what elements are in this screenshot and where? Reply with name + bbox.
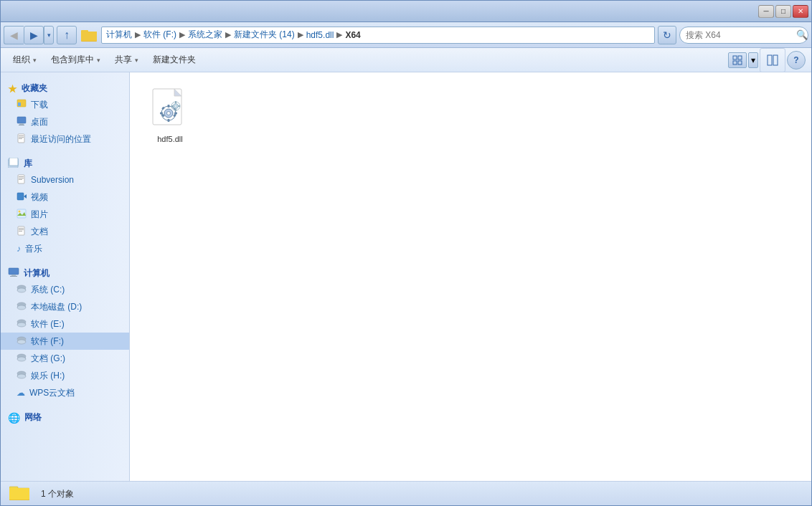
sidebar-item-systemc[interactable]: 系统 (C:)	[1, 281, 129, 298]
include-library-button[interactable]: 包含到库中 ▾	[44, 51, 107, 70]
sidebar-item-softwaref[interactable]: 软件 (F:)	[1, 333, 129, 350]
svg-rect-20	[9, 158, 18, 166]
images-icon	[16, 209, 27, 221]
address-path[interactable]: 计算机 ▶ 软件 (F:) ▶ 系统之家 ▶ 新建文件夹 (14) ▶ hdf5…	[101, 27, 655, 44]
file-grid: hdf5.dll	[141, 84, 800, 148]
maximize-button[interactable]: □	[775, 5, 791, 18]
sidebar-item-downloads[interactable]: 下载	[1, 96, 129, 113]
sidebar-item-locald[interactable]: 本地磁盘 (D:)	[1, 298, 129, 315]
svg-rect-64	[160, 113, 163, 115]
sidebar-divider-3	[1, 401, 129, 407]
svg-point-48	[17, 340, 26, 344]
path-folder3[interactable]: hdf5.dll	[306, 30, 334, 40]
libraries-section-title: 库	[1, 153, 129, 171]
svg-point-39	[17, 288, 26, 292]
svg-rect-24	[19, 179, 22, 180]
sidebar-item-video[interactable]: 视频	[1, 188, 129, 206]
search-box[interactable]: 🔍	[679, 27, 808, 44]
wps-icon: ☁	[16, 388, 25, 398]
refresh-button[interactable]: ↻	[658, 26, 676, 44]
svg-rect-12	[19, 123, 24, 125]
svg-rect-23	[19, 178, 24, 178]
sidebar-item-softwaree[interactable]: 软件 (E:)	[1, 315, 129, 333]
music-icon: ♪	[16, 244, 21, 254]
search-input[interactable]	[686, 30, 793, 40]
status-bar: 1 个对象	[1, 481, 811, 506]
subversion-icon	[16, 174, 27, 186]
sidebar-item-desktop[interactable]: 桌面	[1, 113, 129, 130]
help-button[interactable]: ?	[787, 51, 806, 70]
sidebar-item-entertainmenth[interactable]: 娱乐 (H:)	[1, 367, 129, 384]
entertainmenth-label: 娱乐 (H:)	[31, 370, 65, 382]
svg-rect-2	[81, 32, 97, 41]
main-layout: ★ 收藏夹 下载 桌面	[1, 72, 811, 481]
downloads-icon	[16, 99, 27, 111]
dll-file-icon	[150, 87, 190, 133]
share-button[interactable]: 共享 ▾	[108, 51, 145, 70]
sidebar-item-recent[interactable]: 最近访问的位置	[1, 130, 129, 148]
include-library-label: 包含到库中	[51, 54, 94, 66]
svg-point-72	[175, 105, 177, 108]
include-library-dropdown-icon: ▾	[97, 57, 100, 64]
desktop-icon	[16, 116, 27, 128]
back-button[interactable]: ◀	[4, 26, 24, 44]
libraries-icon	[8, 158, 19, 170]
forward-button[interactable]: ▶	[24, 26, 44, 44]
svg-rect-79	[9, 488, 29, 500]
sidebar-item-images[interactable]: 图片	[1, 206, 129, 223]
svg-marker-26	[24, 194, 27, 199]
svg-rect-22	[19, 176, 24, 177]
organize-button[interactable]: 组织 ▾	[6, 51, 43, 70]
organize-label: 组织	[13, 54, 30, 66]
favorites-label: 收藏夹	[22, 82, 47, 95]
up-button[interactable]: ↑	[57, 26, 77, 44]
sidebar-item-documentsg[interactable]: 文档 (G:)	[1, 350, 129, 367]
file-name: hdf5.dll	[157, 135, 182, 143]
svg-rect-73	[175, 101, 176, 103]
view-controls: ▾ ?	[728, 48, 806, 72]
svg-rect-25	[17, 193, 24, 200]
path-computer[interactable]: 计算机	[106, 29, 132, 41]
toolbar: 组织 ▾ 包含到库中 ▾ 共享 ▾ 新建文件夹 ▾ ?	[1, 48, 811, 72]
path-folder2[interactable]: 新建文件夹 (14)	[234, 29, 295, 41]
minimize-button[interactable]: ─	[758, 5, 774, 18]
view-toggle-button[interactable]	[728, 52, 747, 68]
svg-rect-15	[19, 135, 24, 136]
images-label: 图片	[31, 209, 48, 221]
status-count: 1 个对象	[41, 488, 74, 500]
sidebar: ★ 收藏夹 下载 桌面	[1, 72, 130, 481]
sidebar-divider-2	[1, 257, 129, 263]
title-bar-buttons: ─ □ ✕	[758, 5, 808, 18]
path-folder1[interactable]: 系统之家	[188, 29, 222, 41]
nav-button-group: ◀ ▶ ▾	[4, 26, 54, 44]
svg-rect-17	[19, 138, 22, 139]
sidebar-item-subversion[interactable]: Subversion	[1, 171, 129, 188]
network-section-title: 🌐 网络	[1, 407, 129, 425]
close-button[interactable]: ✕	[793, 5, 808, 18]
svg-rect-7	[768, 55, 772, 65]
softwaree-icon	[16, 319, 27, 330]
nav-dropdown-button[interactable]: ▾	[44, 26, 54, 44]
svg-point-28	[19, 210, 21, 212]
new-folder-button[interactable]: 新建文件夹	[146, 51, 202, 70]
sidebar-item-music[interactable]: ♪ 音乐	[1, 240, 129, 257]
panel-toggle-button[interactable]	[760, 48, 785, 72]
view-dropdown-button[interactable]: ▾	[748, 52, 758, 68]
documentsg-icon	[16, 353, 27, 364]
path-drive[interactable]: 软件 (F:)	[143, 29, 176, 41]
softwaref-icon	[16, 336, 27, 347]
network-label: 网络	[24, 411, 42, 424]
file-item-hdf5dll[interactable]: hdf5.dll	[141, 84, 199, 148]
svg-rect-76	[178, 105, 180, 107]
computer-icon	[8, 267, 19, 280]
sidebar-item-documents[interactable]: 文档	[1, 223, 129, 240]
svg-point-42	[17, 305, 26, 310]
file-icon-wrapper	[148, 89, 192, 132]
network-icon: 🌐	[8, 412, 20, 424]
title-bar: ─ □ ✕	[1, 1, 811, 22]
svg-rect-33	[19, 231, 22, 231]
svg-rect-62	[168, 105, 170, 108]
svg-point-54	[17, 374, 26, 378]
documents-icon	[16, 226, 27, 238]
sidebar-item-wps[interactable]: ☁ WPS云文档	[1, 384, 129, 401]
